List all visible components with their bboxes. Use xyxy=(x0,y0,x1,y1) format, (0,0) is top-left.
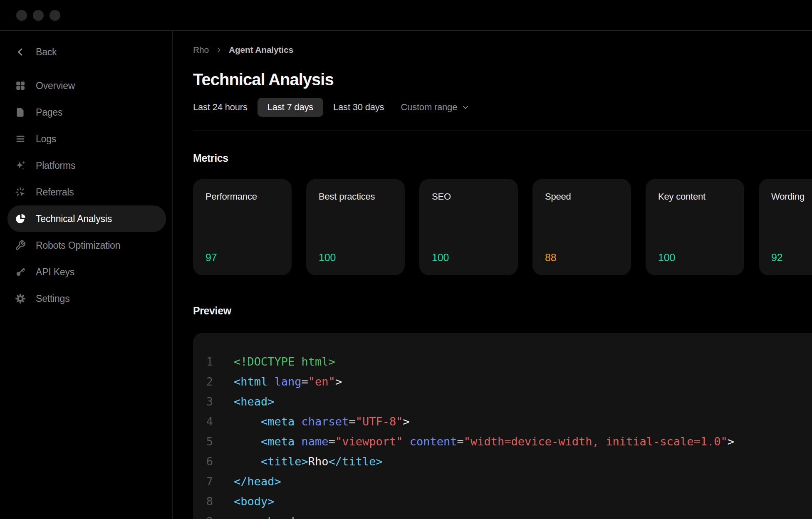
sidebar-item-platforms[interactable]: Platforms xyxy=(7,152,166,179)
tab-last-30-days[interactable]: Last 30 days xyxy=(333,98,384,117)
metric-card-value: 92 xyxy=(771,252,812,264)
metric-card-value: 100 xyxy=(658,252,732,264)
metric-card-title: SEO xyxy=(432,191,505,202)
click-icon xyxy=(15,187,26,198)
line-number: 9 xyxy=(193,515,213,519)
line-number: 8 xyxy=(193,495,213,508)
tab-custom-range[interactable]: Custom range xyxy=(401,98,470,117)
code-text: <meta name="viewport" content="width=dev… xyxy=(234,435,734,448)
window-control-dot[interactable] xyxy=(50,10,60,21)
metric-card-key-content: Key content 100 xyxy=(646,179,744,275)
chevron-down-icon xyxy=(461,103,470,111)
window-controls xyxy=(0,0,812,30)
back-button[interactable]: Back xyxy=(7,39,166,65)
line-number: 4 xyxy=(193,415,213,428)
metric-card-value: 97 xyxy=(205,252,279,264)
code-line: 6 <title>Rho</title> xyxy=(193,451,812,471)
code-text: <body> xyxy=(234,495,275,508)
chevron-left-icon xyxy=(15,47,26,57)
sidebar: Back Overview Pages Logs Platforms Refer… xyxy=(0,31,173,519)
section-divider xyxy=(193,131,812,131)
time-range-tabs: Last 24 hours Last 7 days Last 30 days C… xyxy=(193,98,470,117)
code-text: <title>Rho</title> xyxy=(234,455,383,468)
metric-card-seo: SEO 100 xyxy=(419,179,518,275)
line-number: 7 xyxy=(193,475,213,488)
code-line: 8 <body> xyxy=(193,491,812,511)
pie-chart-icon xyxy=(15,213,26,224)
sidebar-item-settings[interactable]: Settings xyxy=(7,285,166,312)
grid-icon xyxy=(15,80,26,91)
main-content: Rho Agent Analytics Technical Analysis L… xyxy=(173,31,812,519)
sidebar-nav: Overview Pages Logs Platforms Referrals … xyxy=(0,72,172,312)
metric-cards-row: Performance 97 Best practices 100 SEO 10… xyxy=(193,179,812,275)
metric-card-title: Speed xyxy=(545,191,619,202)
code-line: 7 </head> xyxy=(193,471,812,491)
metric-card-performance: Performance 97 xyxy=(193,179,292,275)
code-line: 9 <header> xyxy=(193,511,812,519)
metric-card-title: Wording xyxy=(771,191,812,202)
code-line: 1 <!DOCTYPE html> xyxy=(193,351,812,371)
breadcrumb-root[interactable]: Rho xyxy=(193,44,209,55)
preview-heading: Preview xyxy=(193,304,231,317)
back-label: Back xyxy=(36,47,57,58)
window-titlebar xyxy=(0,0,812,31)
line-number: 6 xyxy=(193,455,213,468)
sidebar-item-robots-optimization[interactable]: Robots Optimization xyxy=(7,232,166,259)
code-line: 2 <html lang="en"> xyxy=(193,371,812,391)
code-text: <html lang="en"> xyxy=(234,375,342,388)
chevron-right-icon xyxy=(215,47,222,53)
window-control-dot[interactable] xyxy=(33,10,44,21)
metric-card-title: Performance xyxy=(205,191,279,202)
list-icon xyxy=(15,133,26,144)
metric-card-value: 100 xyxy=(432,252,505,264)
code-text: <meta charset="UTF-8"> xyxy=(234,415,410,428)
sidebar-item-technical-analysis[interactable]: Technical Analysis xyxy=(7,205,166,232)
code-line: 5 <meta name="viewport" content="width=d… xyxy=(193,431,812,451)
code-editor-content: 1 <!DOCTYPE html> 2 <html lang="en"> 3 <… xyxy=(193,351,812,519)
gear-icon xyxy=(15,293,26,304)
sidebar-item-referrals[interactable]: Referrals xyxy=(7,179,166,205)
code-text: <!DOCTYPE html> xyxy=(234,355,335,368)
metric-card-value: 100 xyxy=(319,252,392,264)
sidebar-item-api-keys[interactable]: API Keys xyxy=(7,259,166,285)
metric-card-value: 88 xyxy=(545,252,619,264)
metric-card-speed: Speed 88 xyxy=(532,179,631,275)
page-title: Technical Analysis xyxy=(193,69,334,90)
metric-card-wording: Wording 92 xyxy=(759,179,812,275)
line-number: 2 xyxy=(193,375,213,388)
code-line: 4 <meta charset="UTF-8"> xyxy=(193,411,812,431)
metric-card-best-practices: Best practices 100 xyxy=(306,179,405,275)
line-number: 5 xyxy=(193,435,213,448)
metric-card-title: Best practices xyxy=(319,191,392,202)
code-text: <head> xyxy=(234,395,275,408)
sidebar-item-overview[interactable]: Overview xyxy=(7,72,166,99)
breadcrumb-current: Agent Analytics xyxy=(229,44,293,55)
code-preview-panel[interactable]: 1 <!DOCTYPE html> 2 <html lang="en"> 3 <… xyxy=(193,333,812,519)
key-icon xyxy=(15,267,26,277)
metric-card-title: Key content xyxy=(658,191,732,202)
window-control-dot[interactable] xyxy=(16,10,27,21)
metrics-heading: Metrics xyxy=(193,152,228,164)
sidebar-item-logs[interactable]: Logs xyxy=(7,126,166,152)
breadcrumb: Rho Agent Analytics xyxy=(193,44,293,55)
sidebar-item-pages[interactable]: Pages xyxy=(7,99,166,126)
sparkles-icon xyxy=(15,160,26,171)
code-text: </head> xyxy=(234,475,281,488)
line-number: 3 xyxy=(193,395,213,408)
document-icon xyxy=(15,107,26,118)
code-line: 3 <head> xyxy=(193,391,812,411)
tab-last-7-days[interactable]: Last 7 days xyxy=(257,98,323,117)
tab-last-24-hours[interactable]: Last 24 hours xyxy=(193,98,248,117)
line-number: 1 xyxy=(193,355,213,368)
wrench-icon xyxy=(15,240,26,251)
code-text: <header> xyxy=(234,515,315,519)
